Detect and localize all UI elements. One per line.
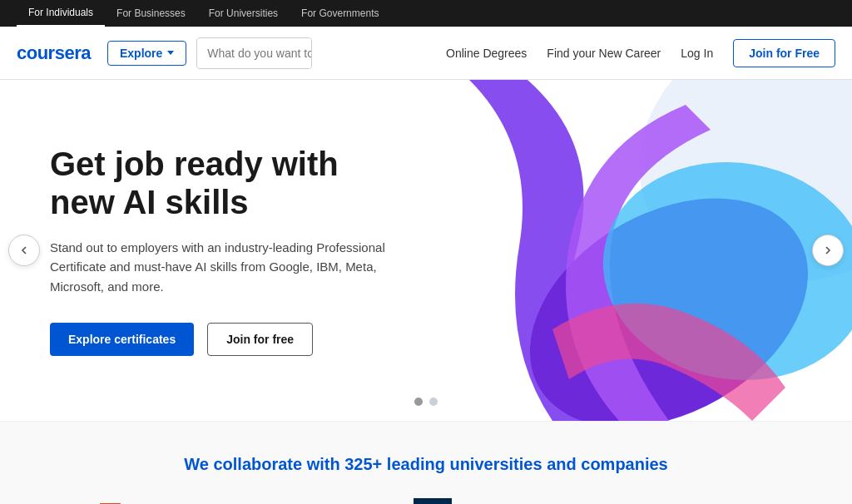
join-button[interactable]: Join for Free bbox=[733, 39, 835, 67]
chevron-right-icon bbox=[821, 244, 835, 257]
partner-logo-duke: Duke bbox=[236, 501, 278, 504]
hero-title: Get job ready with new AI skills bbox=[50, 145, 399, 221]
main-header: coursera Explore Online Degrees Find you… bbox=[0, 27, 852, 80]
partners-logos: I ILLINOIS Duke Google M MICHIGAN IBM Im bbox=[17, 501, 835, 504]
logo[interactable]: coursera bbox=[17, 42, 91, 64]
carousel-dot-1[interactable] bbox=[414, 398, 423, 406]
hero-buttons: Explore certificates Join for free bbox=[50, 323, 399, 356]
hero-image bbox=[386, 80, 852, 421]
partner-logo-illinois: I ILLINOIS bbox=[100, 501, 202, 504]
hero-content: Get job ready with new AI skills Stand o… bbox=[0, 95, 399, 406]
login-link[interactable]: Log In bbox=[681, 47, 713, 60]
carousel-dots bbox=[414, 398, 438, 406]
explore-button[interactable]: Explore bbox=[107, 41, 186, 66]
top-nav-item-governments[interactable]: For Governments bbox=[290, 0, 390, 27]
top-nav-item-businesses[interactable]: For Businesses bbox=[105, 0, 197, 27]
partner-logo-google: Google bbox=[311, 501, 380, 504]
hero-subtitle: Stand out to employers with an industry-… bbox=[50, 238, 399, 296]
chevron-down-icon bbox=[167, 51, 174, 55]
top-nav-item-universities[interactable]: For Universities bbox=[197, 0, 290, 27]
online-degrees-link[interactable]: Online Degrees bbox=[446, 47, 527, 60]
search-bar bbox=[196, 37, 312, 69]
partner-logo-imperial: Imperial CollegeLondon bbox=[566, 501, 649, 504]
hero-section: Get job ready with new AI skills Stand o… bbox=[0, 80, 852, 421]
carousel-arrow-left[interactable] bbox=[8, 235, 40, 266]
explore-certificates-button[interactable]: Explore certificates bbox=[50, 323, 194, 356]
explore-label: Explore bbox=[120, 47, 162, 60]
top-nav-item-individuals[interactable]: For Individuals bbox=[17, 0, 105, 27]
partner-logo-michigan: M MICHIGAN bbox=[414, 501, 452, 504]
partners-section: We collaborate with 325+ leading univers… bbox=[0, 421, 852, 504]
search-input[interactable] bbox=[197, 38, 312, 68]
logo-text: coursera bbox=[17, 42, 91, 64]
carousel-dot-2[interactable] bbox=[429, 398, 438, 406]
top-nav: For Individuals For Businesses For Unive… bbox=[0, 0, 852, 27]
find-career-link[interactable]: Find your New Career bbox=[547, 47, 661, 60]
partner-logo-ibm: IBM bbox=[485, 501, 532, 504]
partners-highlight: 325+ leading universities and companies bbox=[344, 455, 668, 473]
partner-logo-stanford: Stanford bbox=[682, 501, 751, 504]
chevron-left-icon bbox=[17, 244, 31, 257]
partners-title: We collaborate with 325+ leading univers… bbox=[17, 455, 835, 474]
header-links: Online Degrees Find your New Career Log … bbox=[446, 39, 835, 67]
carousel-arrow-right[interactable] bbox=[812, 235, 844, 266]
join-free-button[interactable]: Join for free bbox=[207, 323, 313, 356]
